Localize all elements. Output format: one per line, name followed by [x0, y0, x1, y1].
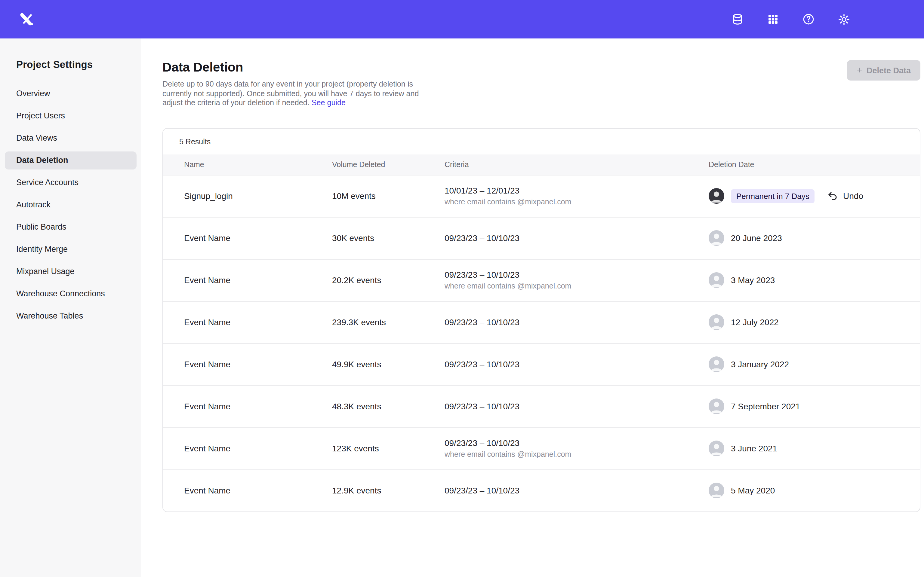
data-icon[interactable] [731, 13, 744, 26]
sidebar-item-identity-merge[interactable]: Identity Merge [5, 240, 137, 258]
main-content: Data Deletion Delete up to 90 days data … [141, 39, 924, 577]
row-name: Event Name [184, 402, 332, 411]
row-criteria: 10/01/23 – 12/01/23 [444, 186, 709, 196]
table-header: Name Volume Deleted Criteria Deletion Da… [163, 155, 920, 175]
sidebar: Project Settings OverviewProject UsersDa… [0, 39, 141, 577]
row-volume: 20.2K events [332, 276, 444, 285]
row-criteria-sub: where email contains @mixpanel.com [444, 198, 709, 206]
row-criteria: 09/23/23 – 10/10/23 [444, 318, 709, 327]
row-deletion-date: 5 May 2020 [731, 486, 775, 496]
row-volume: 30K events [332, 234, 444, 243]
sidebar-nav: OverviewProject UsersData ViewsData Dele… [0, 85, 141, 325]
sidebar-item-mixpanel-usage[interactable]: Mixpanel Usage [5, 263, 137, 281]
sidebar-item-autotrack[interactable]: Autotrack [5, 196, 137, 214]
row-volume: 10M events [332, 192, 444, 201]
row-name: Event Name [184, 318, 332, 327]
row-name: Event Name [184, 360, 332, 369]
sidebar-item-data-views[interactable]: Data Views [5, 129, 137, 147]
row-deletion-date: 7 September 2021 [731, 402, 800, 411]
sidebar-item-warehouse-tables[interactable]: Warehouse Tables [5, 307, 137, 325]
column-header-deletion-date: Deletion Date [709, 161, 920, 169]
see-guide-link[interactable]: See guide [312, 98, 346, 107]
avatar [709, 399, 724, 414]
row-criteria: 09/23/23 – 10/10/23 [444, 234, 709, 243]
row-criteria: 09/23/23 – 10/10/23 [444, 402, 709, 411]
column-header-volume: Volume Deleted [332, 161, 444, 169]
sidebar-title: Project Settings [16, 59, 141, 70]
table-row: Event Name 123K events 09/23/23 – 10/10/… [163, 427, 920, 469]
row-volume: 123K events [332, 444, 444, 453]
undo-icon [827, 191, 838, 201]
delete-data-button[interactable]: + Delete Data [847, 60, 921, 81]
table-row: Event Name 49.9K events 09/23/23 – 10/10… [163, 343, 920, 385]
sidebar-item-project-users[interactable]: Project Users [5, 107, 137, 125]
page-title: Data Deletion [162, 60, 921, 74]
row-criteria: 09/23/23 – 10/10/23 [444, 360, 709, 369]
row-name: Event Name [184, 444, 332, 453]
table-row: Event Name 20.2K events 09/23/23 – 10/10… [163, 259, 920, 301]
avatar [709, 357, 724, 372]
avatar [709, 441, 724, 456]
row-criteria: 09/23/23 – 10/10/23 [444, 270, 709, 280]
sidebar-item-service-accounts[interactable]: Service Accounts [5, 174, 137, 192]
avatar [709, 189, 724, 204]
row-criteria-sub: where email contains @mixpanel.com [444, 282, 709, 291]
mixpanel-logo-icon[interactable] [18, 11, 35, 27]
page-description-text: Delete up to 90 days data for any event … [162, 80, 419, 107]
row-deletion-date: 3 January 2022 [731, 360, 789, 369]
apps-grid-icon[interactable] [766, 13, 780, 26]
row-name: Event Name [184, 276, 332, 285]
row-criteria: 09/23/23 – 10/10/23 [444, 486, 709, 496]
column-header-criteria: Criteria [444, 161, 709, 169]
results-count: 5 Results [163, 129, 920, 155]
page-description: Delete up to 90 days data for any event … [162, 80, 431, 108]
avatar [709, 315, 724, 330]
delete-data-label: Delete Data [867, 66, 911, 75]
row-deletion-date: 3 May 2023 [731, 276, 775, 285]
avatar [709, 230, 724, 246]
table-row: Signup_login 10M events 10/01/23 – 12/01… [163, 175, 920, 217]
row-volume: 12.9K events [332, 486, 444, 496]
column-header-name: Name [184, 161, 332, 169]
row-volume: 239.3K events [332, 318, 444, 327]
table-row: Event Name 48.3K events 09/23/23 – 10/10… [163, 385, 920, 427]
row-volume: 49.9K events [332, 360, 444, 369]
table-row: Event Name 239.3K events 09/23/23 – 10/1… [163, 301, 920, 343]
row-name: Event Name [184, 234, 332, 243]
row-deletion-date: 20 June 2023 [731, 234, 782, 243]
row-name: Signup_login [184, 192, 332, 201]
undo-button[interactable]: Undo [827, 191, 863, 201]
sidebar-item-data-deletion[interactable]: Data Deletion [5, 152, 137, 169]
row-deletion-date: Permanent in 7 Days [731, 189, 815, 203]
sidebar-item-overview[interactable]: Overview [5, 85, 137, 103]
topbar [0, 0, 924, 39]
avatar [709, 272, 724, 288]
settings-icon[interactable] [837, 13, 851, 26]
avatar [709, 483, 724, 498]
sidebar-item-public-boards[interactable]: Public Boards [5, 218, 137, 236]
deletion-table-card: 5 Results Name Volume Deleted Criteria D… [162, 128, 921, 512]
undo-label: Undo [843, 192, 863, 201]
row-criteria: 09/23/23 – 10/10/23 [444, 438, 709, 448]
row-deletion-date: 3 June 2021 [731, 444, 777, 453]
topbar-icons [731, 13, 851, 26]
sidebar-item-warehouse-connections[interactable]: Warehouse Connections [5, 285, 137, 303]
row-volume: 48.3K events [332, 402, 444, 411]
table-row: Event Name 12.9K events 09/23/23 – 10/10… [163, 469, 920, 511]
table-body: Signup_login 10M events 10/01/23 – 12/01… [163, 175, 920, 511]
table-row: Event Name 30K events 09/23/23 – 10/10/2… [163, 217, 920, 259]
row-deletion-date: 12 July 2022 [731, 318, 779, 327]
help-icon[interactable] [802, 13, 815, 26]
row-name: Event Name [184, 486, 332, 496]
plus-icon: + [857, 66, 863, 75]
row-criteria-sub: where email contains @mixpanel.com [444, 450, 709, 459]
